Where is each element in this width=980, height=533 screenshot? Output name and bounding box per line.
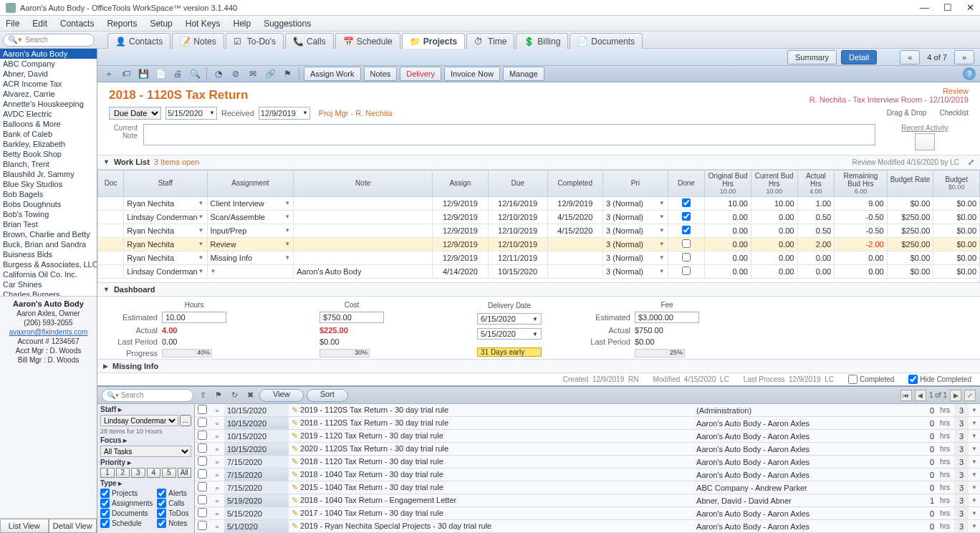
mail-icon[interactable]: ✉ <box>246 67 260 81</box>
type-calls[interactable]: Calls <box>157 499 191 508</box>
task-search[interactable]: 🔍▾ Search <box>102 389 193 402</box>
task-row[interactable]: ▫5/1/2020✎ 2019 - Ryan Nechita Special P… <box>195 520 980 533</box>
notes-button[interactable]: Notes <box>364 67 398 81</box>
tab-calls[interactable]: 📞Calls <box>285 33 334 49</box>
priority-2[interactable]: 2 <box>116 468 130 478</box>
client-item[interactable]: Betty Book Shop <box>0 149 97 159</box>
detail-button[interactable]: Detail <box>841 50 877 64</box>
worklist-header[interactable]: ▼ Work List 3 Items open Review Modified… <box>97 155 980 170</box>
menu-hot keys[interactable]: Hot Keys <box>186 19 221 29</box>
priority-4[interactable]: 4 <box>147 468 161 478</box>
find-icon[interactable]: 🔍 <box>188 67 202 81</box>
priority-buttons[interactable]: 12345All <box>100 468 191 478</box>
page-next[interactable]: ▶ <box>950 390 961 401</box>
type-documents[interactable]: Documents <box>100 509 153 518</box>
focus-select[interactable]: All Tasks <box>100 446 191 457</box>
list-view-tab[interactable]: List View <box>0 519 49 533</box>
client-item[interactable]: Bank of Caleb <box>0 129 97 139</box>
client-item[interactable]: ACR Income Tax <box>0 79 97 89</box>
page-first[interactable]: ⏮ <box>900 390 912 401</box>
priority-5[interactable]: 5 <box>162 468 176 478</box>
sort-button[interactable]: Sort <box>307 389 348 402</box>
menu-file[interactable]: File <box>6 19 19 29</box>
copy-icon[interactable]: 📄 <box>153 67 168 81</box>
task-row[interactable]: ▫5/15/2020✎ 2017 - 1040 Tax Return - 30 … <box>195 507 980 520</box>
client-item[interactable]: Bobs Doughnuts <box>0 199 97 209</box>
clock-icon[interactable]: ◔ <box>211 67 226 81</box>
add-icon[interactable]: ＋ <box>102 67 116 81</box>
hide-completed-checkbox[interactable]: Hide Completed <box>908 375 971 384</box>
menu-help[interactable]: Help <box>233 19 251 29</box>
flag2-icon[interactable]: ⚑ <box>212 389 225 402</box>
client-item[interactable]: Buisness Bids <box>0 249 97 259</box>
menu-contacts[interactable]: Contacts <box>60 19 94 29</box>
worklist-row[interactable]: Ryan Nechita▼Review▼12/9/201912/10/20193… <box>98 237 980 251</box>
staff-select[interactable]: Lindsay Conderman <box>100 415 178 426</box>
worklist-row[interactable]: Ryan Nechita▼Input/Prep▼12/9/201912/10/2… <box>98 224 980 237</box>
upload-icon[interactable]: ⇪ <box>196 389 209 402</box>
client-item[interactable]: Buck, Brian and Sandra <box>0 239 97 249</box>
nav-prev[interactable]: « <box>900 50 920 64</box>
type-schedule[interactable]: Schedule <box>100 519 153 528</box>
menu-setup[interactable]: Setup <box>150 19 172 29</box>
worklist-row[interactable]: Ryan Nechita▼Client Interview▼12/9/20191… <box>98 196 980 210</box>
location-link[interactable]: R. Nechita - Tax Interview Room - 12/10/… <box>810 95 969 104</box>
page-prev[interactable]: ◀ <box>915 390 926 401</box>
client-item[interactable]: Blaushild Jr, Sammy <box>0 169 97 179</box>
client-item[interactable]: Burgess & Associates, LLC <box>0 259 97 269</box>
priority-3[interactable]: 3 <box>131 468 145 478</box>
task-row[interactable]: ▫10/15/2020✎ 2019 - 1120 Tax Return - 30… <box>195 430 980 443</box>
tab-contacts[interactable]: 👤Contacts <box>107 33 170 49</box>
worklist-row[interactable]: Ryan Nechita▼Missing Info▼12/9/201912/11… <box>98 251 980 264</box>
client-item[interactable]: Charles Burgers <box>0 289 97 297</box>
priority-All[interactable]: All <box>178 468 192 478</box>
delivery-button[interactable]: Delivery <box>400 67 441 81</box>
client-item[interactable]: California Oil Co. Inc. <box>0 269 97 279</box>
task-row[interactable]: ▫10/15/2020✎ 2019 - 1120S Tax Return - 3… <box>195 404 980 417</box>
missing-info-header[interactable]: ▶Missing Info <box>97 359 980 373</box>
invoice-button[interactable]: Invoice Now <box>444 67 500 81</box>
client-item[interactable]: Car Shines <box>0 279 97 289</box>
type-assignments[interactable]: Assignments <box>100 499 153 508</box>
client-item[interactable]: Blue Sky Studios <box>0 179 97 189</box>
menu-edit[interactable]: Edit <box>32 19 47 29</box>
menu-reports[interactable]: Reports <box>107 19 137 29</box>
client-item[interactable]: Blanch, Trent <box>0 159 97 169</box>
completed-checkbox[interactable]: Completed <box>848 375 894 384</box>
client-item[interactable]: Brian Test <box>0 219 97 229</box>
detail-view-tab[interactable]: Detail View <box>49 519 97 533</box>
menu-suggestions[interactable]: Suggestions <box>264 19 311 29</box>
print-icon[interactable]: 🖨 <box>170 67 185 81</box>
tab-billing[interactable]: 💲Billing <box>516 33 568 49</box>
due-date-type[interactable]: Due Date <box>109 107 161 120</box>
type-projects[interactable]: Projects <box>100 489 153 498</box>
client-list[interactable]: Aaron's Auto BodyABC CompanyAbner, David… <box>0 49 97 297</box>
flag-icon[interactable]: ⚑ <box>280 67 294 81</box>
summary-button[interactable]: Summary <box>787 50 837 64</box>
current-note-input[interactable] <box>143 124 875 145</box>
global-search[interactable]: 🔍▾ Search <box>3 34 95 47</box>
task-row[interactable]: ▫10/15/2020✎ 2018 - 1120S Tax Return - 3… <box>195 417 980 430</box>
priority-1[interactable]: 1 <box>100 468 115 478</box>
type-notes[interactable]: Notes <box>157 519 191 528</box>
tag-icon[interactable]: 🏷 <box>119 67 133 81</box>
assign-work-button[interactable]: Assign Work <box>304 67 361 81</box>
cross-icon[interactable]: ✖ <box>244 389 256 402</box>
task-row[interactable]: ▫5/19/2020✎ 2018 - 1040 Tax Return - Eng… <box>195 494 980 507</box>
received-date-input[interactable]: 12/9/2019▼ <box>259 107 310 120</box>
client-item[interactable]: Barkley, Elizabeth <box>0 139 97 149</box>
due-date-input[interactable]: 5/15/2020▼ <box>165 107 217 120</box>
manage-button[interactable]: Manage <box>503 67 544 81</box>
nav-next[interactable]: » <box>954 50 974 64</box>
tab-to-do's[interactable]: ☑To-Do's <box>226 33 284 49</box>
save-icon[interactable]: 💾 <box>136 67 150 81</box>
task-row[interactable]: ▫7/15/2020✎ 2015 - 1040 Tax Return - 30 … <box>195 481 980 494</box>
client-item[interactable]: Aaron's Auto Body <box>0 49 97 59</box>
tab-schedule[interactable]: 📅Schedule <box>335 33 400 49</box>
client-item[interactable]: Abner, David <box>0 69 97 79</box>
task-row[interactable]: ▫7/15/2020✎ 2018 - 1040 Tax Return - 30 … <box>195 469 980 481</box>
tab-documents[interactable]: 📄Documents <box>570 33 643 49</box>
client-item[interactable]: AVDC Electric <box>0 109 97 119</box>
staff-more[interactable]: … <box>180 415 191 426</box>
minimize-button[interactable]: — <box>920 2 929 13</box>
